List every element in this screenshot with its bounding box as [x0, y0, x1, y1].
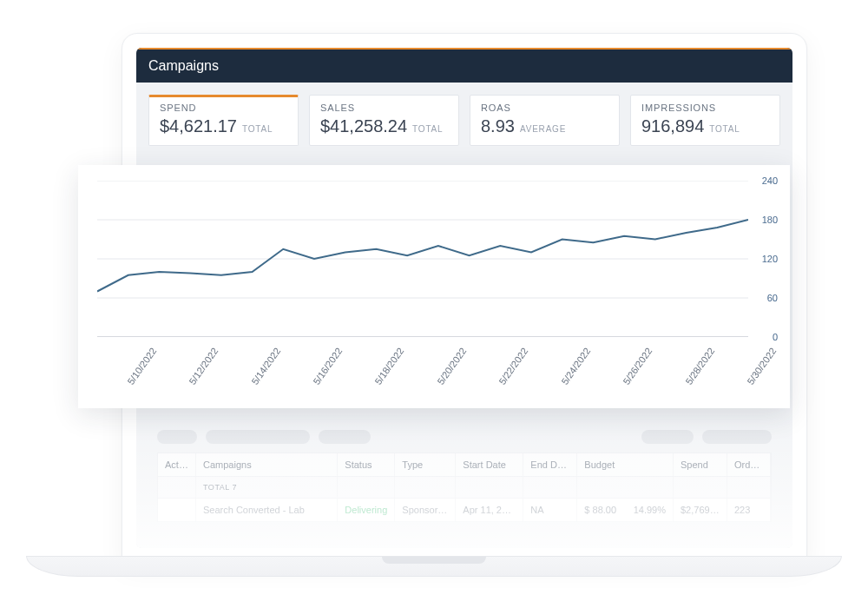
cell-start: Apr 11, 2022 — [456, 499, 523, 521]
y-tick-label: 180 — [762, 215, 778, 225]
cell-status: Delivering — [338, 499, 395, 521]
metric-spend[interactable]: SPEND $4,621.17 TOTAL — [148, 95, 299, 146]
x-tick-label: 5/20/2022 — [435, 346, 468, 387]
metric-label: ROAS — [481, 102, 608, 113]
metric-value: 8.93 — [481, 116, 515, 136]
chart-area[interactable]: 060120180240 — [97, 181, 748, 337]
metric-sales[interactable]: SALES $41,258.24 TOTAL — [309, 95, 459, 146]
metric-roas[interactable]: ROAS 8.93 AVERAGE — [470, 95, 620, 146]
filter-pill[interactable] — [157, 430, 197, 444]
th-campaigns[interactable]: Campaigns — [196, 453, 338, 476]
x-tick-label: 5/24/2022 — [559, 346, 592, 387]
filter-row-left — [157, 430, 772, 444]
table-area: Active Campaigns Status Type Start Date … — [148, 421, 780, 531]
filter-pill[interactable] — [206, 430, 310, 444]
metric-value: $4,621.17 — [160, 116, 237, 136]
totals-label: TOTAL 7 — [196, 477, 338, 498]
metric-sub: TOTAL — [412, 124, 443, 134]
metrics-row: SPEND $4,621.17 TOTAL SALES $41,258.24 T… — [136, 83, 792, 158]
x-tick-label: 5/14/2022 — [249, 346, 282, 387]
metric-label: SPEND — [160, 102, 287, 113]
y-tick-label: 240 — [762, 175, 778, 186]
metric-impressions[interactable]: IMPRESSIONS 916,894 TOTAL — [630, 95, 780, 146]
filter-pill[interactable] — [702, 430, 772, 444]
table-totals-row: TOTAL 7 — [157, 477, 772, 499]
x-axis-labels: 5/10/20225/12/20225/14/20225/16/20225/18… — [97, 342, 748, 377]
x-tick-label: 5/28/2022 — [683, 346, 716, 387]
th-spend[interactable]: Spend — [674, 453, 727, 476]
cell-budget: $ 88.00 14.99% — [577, 499, 674, 521]
line-chart — [97, 181, 748, 337]
metric-label: IMPRESSIONS — [641, 102, 769, 113]
x-tick-label: 5/18/2022 — [373, 346, 406, 387]
metric-sub: TOTAL — [242, 124, 273, 134]
cell-orders: 223 — [727, 499, 771, 521]
th-status[interactable]: Status — [338, 453, 395, 476]
th-orders[interactable]: Orders — [727, 453, 771, 476]
laptop-base — [26, 556, 842, 577]
th-end[interactable]: End Date — [523, 453, 577, 476]
th-budget[interactable]: Budget — [577, 453, 674, 476]
y-tick-label: 60 — [767, 293, 778, 303]
x-tick-label: 5/30/2022 — [745, 346, 778, 387]
x-tick-label: 5/22/2022 — [497, 346, 530, 387]
metric-value: $41,258.24 — [320, 116, 407, 136]
metric-sub: TOTAL — [709, 124, 740, 134]
filter-pill[interactable] — [319, 430, 371, 444]
x-tick-label: 5/12/2022 — [187, 346, 220, 387]
chart-card: 060120180240 5/10/20225/12/20225/14/2022… — [78, 165, 790, 408]
cell-spend: $2,769.01 — [674, 499, 727, 521]
th-start[interactable]: Start Date — [456, 453, 523, 476]
cell-end: NA — [523, 499, 577, 521]
y-tick-label: 120 — [762, 254, 778, 264]
metric-label: SALES — [320, 102, 448, 113]
x-tick-label: 5/16/2022 — [311, 346, 344, 387]
cell-type: Sponsored — [395, 499, 456, 521]
table-header: Active Campaigns Status Type Start Date … — [157, 453, 772, 477]
cell-campaign: Search Converted - Lab — [196, 499, 338, 521]
y-tick-label: 0 — [773, 332, 778, 342]
metric-sub: AVERAGE — [520, 124, 566, 134]
th-type[interactable]: Type — [395, 453, 456, 476]
table-row[interactable]: Search Converted - Lab Delivering Sponso… — [157, 499, 772, 522]
x-tick-label: 5/26/2022 — [621, 346, 654, 387]
th-active[interactable]: Active — [158, 453, 196, 476]
page-title: Campaigns — [136, 48, 792, 83]
x-tick-label: 5/10/2022 — [125, 346, 158, 387]
metric-value: 916,894 — [641, 116, 704, 136]
filter-pill[interactable] — [641, 430, 694, 444]
